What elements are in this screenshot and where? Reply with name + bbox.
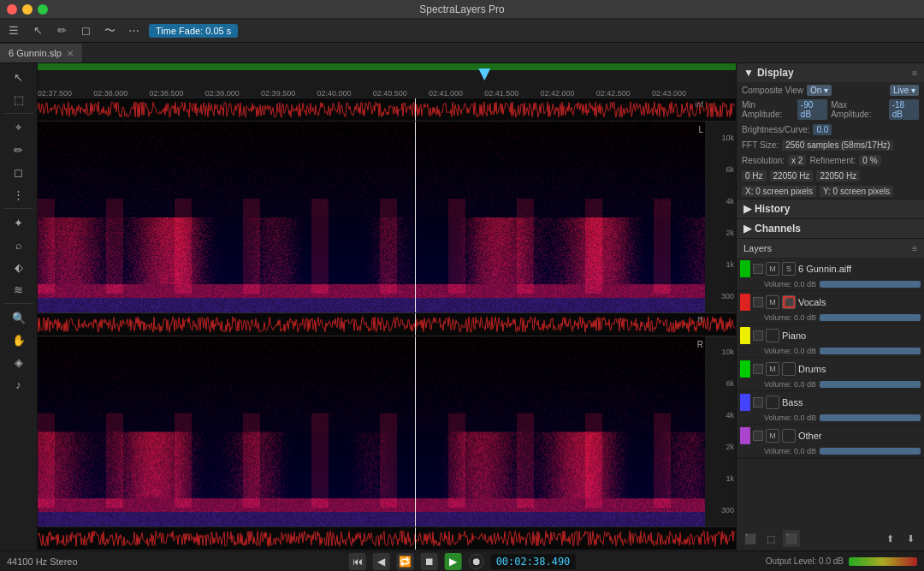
- hz-max[interactable]: 22050 Hz: [816, 170, 860, 181]
- toolbar-more-icon[interactable]: ⋯: [125, 22, 142, 39]
- layer-m-icon-other[interactable]: M: [766, 429, 779, 443]
- tool-eraser[interactable]: ◻: [7, 162, 31, 182]
- layer-vol-drums: Volume: 0.0 dB: [737, 380, 924, 390]
- toolbar-menu-icon[interactable]: ☰: [5, 22, 22, 39]
- composite-view-value[interactable]: On ▾: [807, 85, 832, 96]
- refinement-value[interactable]: 0 %: [859, 155, 880, 166]
- tool-3d[interactable]: ◈: [7, 352, 31, 372]
- minimize-button[interactable]: [22, 4, 33, 15]
- layer-checkbox-other[interactable]: [753, 431, 763, 441]
- waveform-divider-strip[interactable]: R: [38, 312, 736, 336]
- tool-speaker[interactable]: ♪: [7, 374, 31, 395]
- freq-1k-top: 1k: [726, 260, 734, 269]
- tool-heal[interactable]: ✦: [7, 212, 31, 233]
- layer-m-icon-vocals[interactable]: M: [766, 295, 779, 309]
- layer-vol-bar-drums[interactable]: [820, 381, 921, 388]
- tick-7: 02:41.000: [429, 89, 463, 98]
- tool-brush[interactable]: ✏: [7, 140, 31, 160]
- play-button[interactable]: ▶: [445, 553, 462, 570]
- layer-checkbox-piano[interactable]: [753, 330, 763, 341]
- tool-time-select[interactable]: ⌕: [7, 235, 31, 255]
- panel-btn-2[interactable]: ⬚: [762, 530, 779, 547]
- layer-row-vocals[interactable]: M ⬛ Vocals: [737, 291, 924, 313]
- maximize-button[interactable]: [38, 4, 48, 15]
- layer-icon-bass[interactable]: [766, 396, 779, 409]
- output-area: Output Level: 0.0 dB: [766, 556, 917, 566]
- hz-min[interactable]: 0 Hz: [742, 170, 767, 181]
- layer-vol-bar-bass[interactable]: [820, 414, 921, 421]
- app-title: SpectraLayers Pro: [419, 3, 504, 15]
- layer-row-drums[interactable]: M Drums: [737, 358, 924, 380]
- timeline-ruler[interactable]: 02:37.500 02:38.000 02:38.500 02:39.000 …: [38, 63, 736, 98]
- bottom-spectrogram-panel[interactable]: R 10k 6k 4k 2k 1k 300: [38, 336, 736, 527]
- output-label: Output Level: 0.0 dB: [766, 556, 844, 566]
- top-spectrogram-panel[interactable]: L 10k 6k 4k 2k 1k 300: [38, 122, 736, 312]
- freq-4k-top: 4k: [726, 197, 734, 205]
- prev-frame-button[interactable]: ◀: [373, 553, 390, 570]
- layer-row-main[interactable]: M S 6 Gunnin.aiff: [737, 258, 924, 280]
- layer-checkbox-vocals[interactable]: [753, 297, 763, 307]
- layer-row-piano[interactable]: Piano: [737, 324, 924, 347]
- stop-button[interactable]: ⏹: [421, 553, 438, 570]
- display-header[interactable]: ▼ Display ≡: [737, 63, 924, 82]
- panel-btn-1[interactable]: ⬛: [742, 530, 759, 547]
- hz-mid[interactable]: 22050 Hz: [770, 170, 814, 181]
- channels-header[interactable]: ▶ Channels: [737, 219, 924, 238]
- layer-vol-bass: Volume: 0.0 dB: [737, 413, 924, 424]
- fft-value[interactable]: 2560 samples (58ms/17Hz): [782, 140, 893, 151]
- close-button[interactable]: [7, 4, 17, 15]
- layer-icon-piano[interactable]: [766, 329, 779, 342]
- layer-row-other[interactable]: M Other: [737, 425, 924, 447]
- panel-import-icon[interactable]: ⬇: [902, 530, 919, 547]
- resolution-row: Resolution: x 2 Refinement: 0 %: [737, 152, 924, 168]
- layer-vol-bar-other[interactable]: [820, 448, 921, 455]
- resolution-value[interactable]: x 2: [788, 155, 806, 166]
- max-amp-value[interactable]: -18 dB: [889, 99, 919, 120]
- layer-name-main: 6 Gunnin.aiff: [798, 264, 921, 274]
- view-mode-dropdown[interactable]: Live ▾: [890, 85, 919, 96]
- layer-checkbox-drums[interactable]: [753, 364, 763, 374]
- tool-zoom[interactable]: 🔍: [7, 307, 31, 328]
- layer-s-icon-main[interactable]: S: [782, 262, 796, 276]
- toolbar-view-icon[interactable]: ◻: [77, 22, 94, 39]
- history-header[interactable]: ▶ History: [737, 199, 924, 218]
- tool-freq-select[interactable]: ⋮: [7, 184, 31, 205]
- layer-name-other: Other: [798, 431, 921, 441]
- bottom-waveform-strip[interactable]: [38, 526, 736, 550]
- layers-header[interactable]: Layers ≡: [737, 239, 924, 258]
- tab-close-icon[interactable]: ✕: [67, 49, 74, 58]
- tool-pointer[interactable]: ↖: [7, 67, 31, 87]
- min-amp-value[interactable]: -90 dB: [797, 99, 827, 120]
- tool-pan[interactable]: ✋: [7, 330, 31, 350]
- tool-harmonic[interactable]: ≋: [7, 279, 31, 300]
- layer-vol-bar-main[interactable]: [820, 281, 921, 288]
- layer-m-icon-main[interactable]: M: [766, 262, 779, 276]
- tool-lasso[interactable]: ⌖: [7, 117, 31, 138]
- skip-back-button[interactable]: ⏮: [349, 553, 366, 570]
- tool-select-rect[interactable]: ⬚: [7, 89, 31, 110]
- layers-menu-icon[interactable]: ≡: [912, 244, 917, 253]
- layer-vol-bar-vocals[interactable]: [820, 314, 921, 321]
- layer-row-bass[interactable]: Bass: [737, 391, 924, 413]
- layer-vol-bar-piano[interactable]: [820, 348, 921, 354]
- file-tab[interactable]: 6 Gunnin.slp ✕: [0, 44, 83, 62]
- layer-vol-main: Volume: 0.0 dB: [737, 280, 924, 290]
- toolbar-wave-icon[interactable]: 〜: [101, 22, 118, 39]
- toolbar-brush-icon[interactable]: ✏: [53, 22, 70, 39]
- top-waveform-strip[interactable]: inf: [38, 98, 736, 122]
- layer-checkbox-main[interactable]: [753, 264, 763, 274]
- display-options-icon[interactable]: ≡: [912, 68, 917, 78]
- layer-checkbox-bass[interactable]: [753, 397, 763, 407]
- layer-m-icon-drums[interactable]: M: [766, 362, 779, 376]
- tool-stamp[interactable]: ⬖: [7, 257, 31, 277]
- brightness-value[interactable]: 0.0: [813, 124, 832, 135]
- toolbar-arrow-icon[interactable]: ↖: [29, 22, 46, 39]
- y-pixels: Y: 0 screen pixels: [820, 186, 893, 197]
- record-button[interactable]: ⏺: [469, 554, 484, 569]
- loop-button[interactable]: 🔁: [397, 553, 414, 570]
- panel-export-icon[interactable]: ⬆: [881, 530, 898, 547]
- layer-icon-other[interactable]: [782, 429, 796, 443]
- layer-icon-drums[interactable]: [782, 362, 796, 376]
- layer-icon-vocals[interactable]: ⬛: [782, 295, 796, 309]
- panel-btn-3[interactable]: ⬛: [783, 530, 800, 547]
